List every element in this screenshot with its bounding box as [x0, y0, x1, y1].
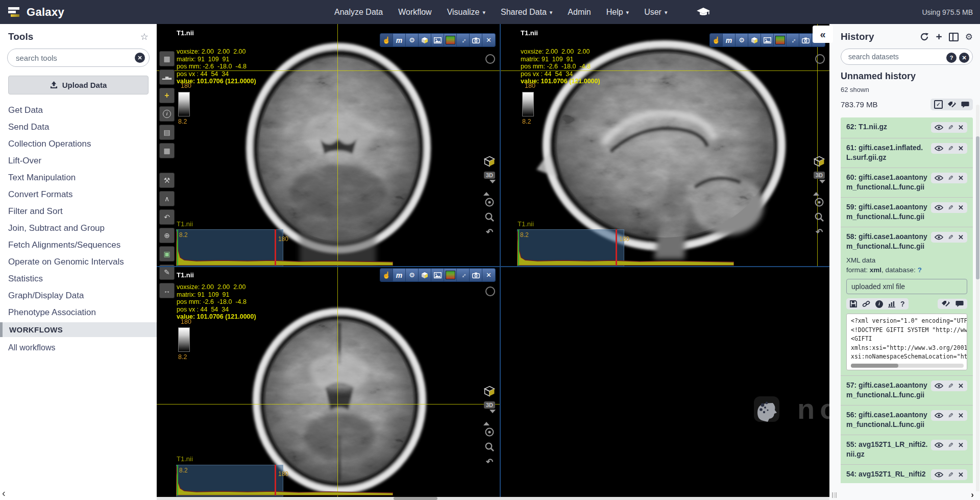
screenshot-image-button[interactable]	[431, 269, 444, 281]
fullscreen-button[interactable]: ↔	[457, 34, 470, 46]
pencil-icon[interactable]: ✎	[948, 382, 953, 390]
save-button[interactable]: ▣	[159, 246, 175, 261]
delete-x-icon[interactable]: ✕	[958, 233, 964, 241]
tools-wrench-button[interactable]: ⚒	[159, 173, 175, 188]
pencil-icon[interactable]: ✎	[948, 412, 953, 419]
fullscreen-button[interactable]: ↔	[787, 34, 799, 46]
delete-x-icon[interactable]: ✕	[958, 382, 964, 390]
measure-button[interactable]: m	[723, 34, 736, 46]
table-view-button[interactable]: ▤	[159, 125, 175, 140]
charts-icon[interactable]	[888, 301, 895, 307]
pan-hand-button[interactable]: ☝	[380, 34, 393, 46]
pan-hand-button[interactable]: ☝	[380, 269, 393, 281]
collapse-right-icon[interactable]: ›	[971, 490, 974, 500]
pencil-icon[interactable]: ✎	[948, 174, 953, 182]
record-indicator[interactable]	[815, 54, 825, 64]
cube-3d-icon[interactable]	[484, 386, 495, 397]
atlas-globe-button[interactable]: ⊕	[159, 228, 175, 243]
zoom-magnifier-icon[interactable]	[814, 212, 824, 222]
tool-section-item[interactable]: Statistics	[0, 270, 157, 287]
tool-section-item[interactable]: Phenotype Association	[0, 304, 157, 321]
3d-badge[interactable]: 3D	[814, 172, 825, 179]
tags-icon[interactable]	[941, 300, 950, 307]
dataset-title[interactable]: 61: gifti.case1.inflated.L.surf.gii.gz	[846, 144, 923, 161]
dataset-card[interactable]: ✎ ✕ 55: avg152T1_LR_nifti2.nii.gz	[841, 435, 973, 464]
pencil-icon[interactable]: ✎	[948, 471, 953, 479]
close-panel-button[interactable]: ✕	[482, 34, 495, 46]
center-target-icon[interactable]	[484, 427, 495, 437]
dataset-card[interactable]: ✎ ✕ 62: T1.nii.gz	[841, 117, 973, 138]
dataset-card[interactable]: ✎ ✕ 57: gifti.case1.aoantonym_functional…	[841, 375, 973, 405]
histogram-lower-bound[interactable]	[177, 465, 178, 495]
nav-admin[interactable]: Admin	[568, 8, 591, 17]
dataset-card[interactable]: ✎ ✕ 61: gifti.case1.inflated.L.surf.gii.…	[841, 138, 973, 168]
database-value[interactable]: ?	[918, 266, 922, 274]
center-target-icon[interactable]	[484, 197, 495, 207]
screenshot-image-button[interactable]	[761, 34, 774, 46]
cube-3d-button[interactable]	[419, 269, 431, 281]
galaxy-brand[interactable]: Galaxy	[7, 6, 64, 19]
collapse-center-button[interactable]: «	[813, 26, 833, 43]
dataset-title[interactable]: 55: avg152T1_LR_nifti2.nii.gz	[846, 440, 928, 458]
viewer-panel-axial[interactable]: T1.nii voxsize: 2.00 2.00 2.00 matrix: 9…	[157, 267, 500, 497]
delete-x-icon[interactable]: ✕	[958, 204, 964, 211]
undo-icon[interactable]: ↶	[486, 227, 493, 237]
screenshot-image-button[interactable]	[431, 34, 444, 46]
histogram-lower-bound[interactable]	[177, 229, 178, 266]
scrollbar-thumb[interactable]	[394, 497, 437, 500]
settings-button[interactable]: ⚙	[406, 34, 419, 46]
colorbar[interactable]	[178, 92, 190, 116]
save-floppy-icon[interactable]	[850, 300, 857, 307]
eye-icon[interactable]	[935, 383, 943, 389]
dataset-title[interactable]: 58: gifti.case1.aoantonym_functional.L.f…	[846, 232, 927, 250]
nav-analyze-data[interactable]: Analyze Data	[334, 8, 383, 17]
dataset-card[interactable]: ✎ ✕ 56: gifti.case1.aoantonym_functional…	[841, 405, 973, 435]
info-icon[interactable]: i	[875, 300, 883, 308]
eye-icon[interactable]	[935, 175, 943, 181]
nav-workflow[interactable]: Workflow	[398, 8, 432, 17]
tool-section-item[interactable]: Text Manipulation	[0, 169, 157, 186]
undo-icon[interactable]: ↶	[816, 227, 823, 237]
measure-button[interactable]: m	[393, 269, 406, 281]
close-panel-button[interactable]: ✕	[482, 269, 495, 281]
dataset-card-expanded[interactable]: ✎ ✕ 58: gifti.case1.aoantonym_functional…	[841, 227, 973, 375]
dataset-title[interactable]: 56: gifti.case1.aoantonym_functional.L.f…	[846, 411, 927, 428]
zoom-magnifier-icon[interactable]	[484, 212, 495, 222]
colormap-button[interactable]	[444, 269, 457, 281]
dataset-peek[interactable]: <?xml version="1.0" encoding="UTF-8"?> <…	[846, 314, 967, 370]
nav-help[interactable]: Help▾	[606, 8, 629, 17]
training-mortarboard-icon[interactable]	[697, 8, 710, 17]
tool-section-item[interactable]: Operate on Genomic Intervals	[0, 253, 157, 270]
dataset-title[interactable]: 60: gifti.case1.aoantonym_functional.L.f…	[846, 173, 927, 191]
info-button[interactable]: i	[159, 106, 175, 122]
tools-search-input[interactable]	[7, 49, 150, 67]
annotation-icon[interactable]	[961, 101, 969, 108]
colormap-button[interactable]	[444, 34, 457, 46]
search-help-icon[interactable]: ?	[946, 53, 957, 63]
pencil-icon[interactable]: ✎	[948, 441, 953, 449]
center-target-icon[interactable]	[814, 197, 824, 207]
colorbar[interactable]	[522, 92, 534, 116]
link-icon[interactable]	[862, 300, 870, 307]
tool-section-item[interactable]: Filter and Sort	[0, 203, 157, 220]
scrollbar-thumb[interactable]	[851, 364, 898, 368]
disk-usage[interactable]: Using 975.5 MB	[922, 8, 973, 16]
nav-shared-data[interactable]: Shared Data▾	[501, 8, 552, 17]
eye-icon[interactable]	[935, 125, 943, 130]
multi-view-icon[interactable]	[949, 33, 959, 41]
delete-x-icon[interactable]: ✕	[958, 124, 964, 131]
resize-grip[interactable]	[832, 492, 837, 498]
slice-updown-control[interactable]	[483, 183, 496, 193]
tool-section-item[interactable]: Send Data	[0, 118, 157, 135]
tool-section-item[interactable]: Fetch Alignments/Sequences	[0, 236, 157, 253]
colormap-button[interactable]	[774, 34, 787, 46]
upload-slice-button[interactable]: ∧	[159, 191, 175, 206]
pencil-icon[interactable]: ✎	[948, 204, 953, 211]
dataset-title[interactable]: 57: gifti.case1.aoantonym_functional.L.f…	[846, 381, 927, 399]
tool-section-item[interactable]: Get Data	[0, 102, 157, 118]
pan-hand-button[interactable]: ☝	[710, 34, 723, 46]
camera-button[interactable]	[799, 34, 812, 46]
undo-icon[interactable]: ↶	[486, 457, 493, 467]
delete-x-icon[interactable]: ✕	[958, 441, 964, 449]
eye-icon[interactable]	[935, 234, 943, 240]
